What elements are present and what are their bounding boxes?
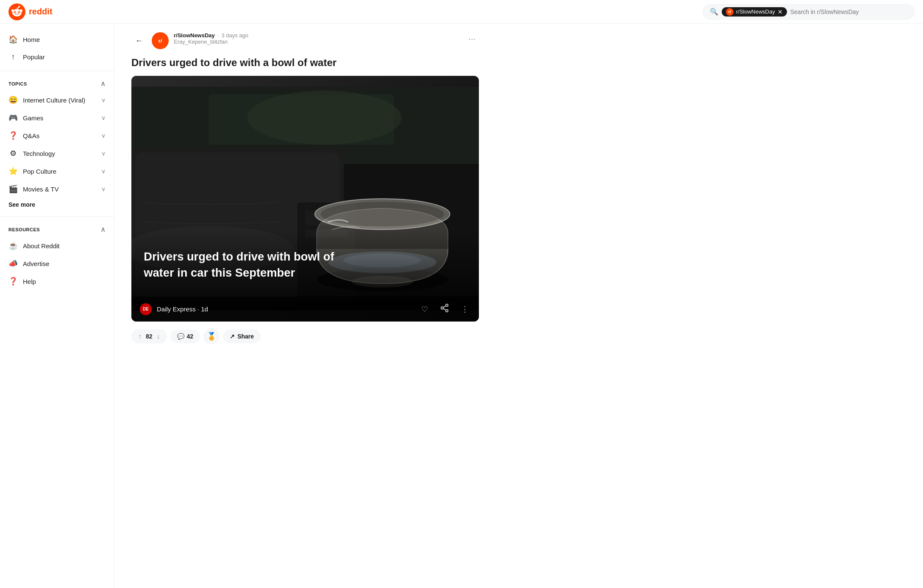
sidebar-item-popular[interactable]: ↑ Popular [0,48,114,66]
svg-point-6 [19,11,19,12]
sidebar-item-qas[interactable]: ❓ Q&As ∨ [0,127,114,144]
vote-controls: ↑ 82 ↓ [131,329,167,344]
reddit-logo-icon [8,3,25,20]
svg-text:Drivers urged to drive with bo: Drivers urged to drive with bowl of [144,250,334,263]
about-icon: ☕ [8,241,18,250]
sidebar: 🏠 Home ↑ Popular TOPICS ∧ 😄 Internet Cul… [0,24,114,588]
share-label: Share [237,333,254,340]
chevron-down-icon-movies: ∨ [101,186,106,192]
header: reddit 🔍 r/ r/SlowNewsDay ✕ [0,0,923,24]
media-card: Drivers urged to drive with bowl of wate… [131,76,479,322]
home-icon: 🏠 [8,35,18,44]
logo-text: reddit [29,7,53,17]
search-chip-label: r/SlowNewsDay [736,8,775,15]
svg-point-23 [320,202,444,226]
technology-icon: ⚙ [8,149,18,158]
share-button[interactable]: ↗ Share [223,330,261,343]
internet-culture-icon: 😄 [8,95,18,105]
post-more-button[interactable]: ··· [465,32,479,45]
nav-home-label: Home [23,36,40,43]
resources-section-header: RESOURCES ∧ [0,222,114,237]
svg-point-31 [441,307,444,309]
subreddit-name[interactable]: r/SlowNewsDay [174,32,215,39]
help-icon: ❓ [8,277,18,286]
qas-icon: ❓ [8,131,18,140]
sidebar-item-advertise[interactable]: 📣 Advertise [0,255,114,272]
sidebar-item-pop-culture[interactable]: ⭐ Pop Culture ∨ [0,162,114,180]
sidebar-item-home[interactable]: 🏠 Home [0,31,114,48]
movies-tv-label: Movies & TV [23,186,59,193]
svg-line-34 [443,306,446,308]
bowl-scene-svg: Drivers urged to drive with bowl of wate… [131,76,479,322]
chevron-down-icon-pop: ∨ [101,168,106,175]
svg-point-14 [247,91,401,145]
svg-text:water in car this September: water in car this September [143,266,295,279]
sidebar-item-internet-culture[interactable]: 😄 Internet Culture (Viral) ∨ [0,91,114,109]
subreddit-avatar: r/ [152,32,169,49]
upvote-button[interactable]: ↑ [137,332,142,341]
media-actions: ♡ ⋮ [420,302,470,316]
main-nav: 🏠 Home ↑ Popular [0,31,114,66]
advertise-icon: 📣 [8,259,18,268]
topics-toggle[interactable]: ∧ [100,80,106,88]
post-header: ← r/ r/SlowNewsDay · 3 days ago Eray_Kep… [131,32,479,49]
post-image: Drivers urged to drive with bowl of wate… [131,76,479,322]
see-more-button[interactable]: See more [0,198,114,211]
search-chip[interactable]: r/ r/SlowNewsDay ✕ [722,7,787,17]
main-content: ← r/ r/SlowNewsDay · 3 days ago Eray_Kep… [114,24,496,588]
post-author[interactable]: Eray_Kepene_blitzfan [174,39,460,45]
search-bar[interactable]: 🔍 r/ r/SlowNewsDay ✕ [703,4,915,19]
news-source-icon: DE [140,303,152,315]
award-icon: 🏅 [207,332,216,341]
award-button[interactable]: 🏅 [203,328,220,344]
chevron-down-icon-qas: ∨ [101,132,106,139]
svg-point-10 [19,6,20,7]
sidebar-item-about[interactable]: ☕ About Reddit [0,237,114,255]
games-label: Games [23,114,43,122]
divider-1 [0,71,114,71]
sidebar-item-games[interactable]: 🎮 Games ∨ [0,109,114,127]
chevron-down-icon-games: ∨ [101,114,106,121]
page-layout: 🏠 Home ↑ Popular TOPICS ∧ 😄 Internet Cul… [0,24,923,588]
pop-culture-label: Pop Culture [23,168,56,175]
advertise-label: Advertise [23,260,50,267]
search-chip-close[interactable]: ✕ [778,8,783,15]
resources-label: RESOURCES [8,227,40,232]
vote-count: 82 [146,333,153,340]
search-input[interactable] [790,8,907,15]
reddit-logo[interactable]: reddit [8,3,53,20]
technology-label: Technology [23,150,55,157]
comment-icon: 💬 [177,333,184,340]
comment-count: 42 [187,333,194,340]
sidebar-item-help[interactable]: ❓ Help [0,272,114,290]
subreddit-avatar-text: r/ [158,38,162,44]
subreddit-chip-icon: r/ [726,8,734,16]
comments-button[interactable]: 💬 42 [170,330,200,343]
sidebar-item-technology[interactable]: ⚙ Technology ∨ [0,144,114,162]
share-icon-btn: ↗ [230,333,235,340]
svg-point-32 [446,310,448,312]
chevron-down-icon: ∨ [101,97,106,103]
nav-popular-label: Popular [23,53,45,61]
internet-culture-label: Internet Culture (Viral) [23,97,85,104]
downvote-button[interactable]: ↓ [156,332,161,341]
divider-2 [0,216,114,217]
svg-point-7 [11,9,14,12]
pop-culture-icon: ⭐ [8,166,18,176]
media-share-button[interactable] [438,302,451,316]
back-button[interactable]: ← [131,33,147,48]
chevron-down-icon-tech: ∨ [101,150,106,157]
sidebar-item-movies-tv[interactable]: 🎬 Movies & TV ∨ [0,180,114,198]
media-like-button[interactable]: ♡ [420,303,430,316]
svg-point-30 [446,304,448,307]
qas-label: Q&As [23,132,39,139]
media-more-button[interactable]: ⋮ [459,303,470,316]
share-icon [440,303,449,313]
news-source-name: Daily Express · 1d [157,305,414,313]
about-label: About Reddit [23,242,60,250]
post-title: Drivers urged to drive with a bowl of wa… [131,56,479,69]
resources-toggle[interactable]: ∧ [100,225,106,233]
svg-point-8 [20,9,22,12]
movies-tv-icon: 🎬 [8,184,18,194]
popular-icon: ↑ [8,53,18,61]
